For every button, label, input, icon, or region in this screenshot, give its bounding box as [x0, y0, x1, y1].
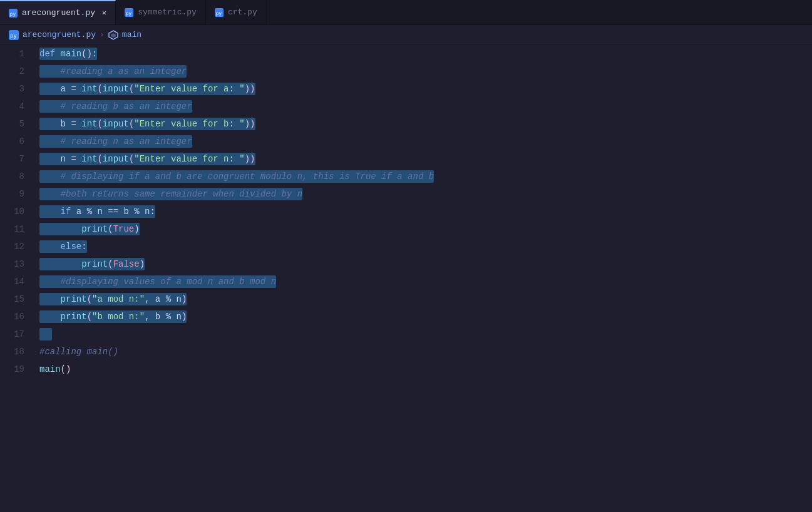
token-fn: main: [61, 49, 82, 59]
breadcrumb-sep: ›: [100, 30, 105, 39]
code-line-18: 18#calling main(): [0, 343, 812, 361]
selection-14: #displaying values of a mod n and b mod …: [39, 275, 276, 288]
selection-16: print("b mod n:", b % n): [39, 310, 187, 323]
token-op: ,: [145, 294, 155, 304]
tab-bar: py arecongruent.py ✕ py symmetric.py py …: [0, 0, 812, 25]
line-content-14: #displaying values of a mod n and b mod …: [34, 273, 812, 290]
line-number-13: 13: [0, 255, 34, 273]
close-tab-arecongruent[interactable]: ✕: [102, 8, 106, 18]
code-line-13: 13 print(False): [0, 255, 812, 273]
selection-4: # reading b as an integer: [39, 100, 192, 113]
token-paren: ): [134, 224, 139, 234]
token-comment: # displaying if a and b are congruent mo…: [39, 172, 434, 182]
token-string: "Enter value for a: ": [134, 84, 244, 94]
breadcrumb-file-icon: py: [9, 30, 19, 40]
token-var: b: [123, 207, 134, 217]
line-content-13: print(False): [34, 255, 812, 273]
token-builtin: print: [81, 224, 108, 234]
token-var: [39, 259, 81, 269]
breadcrumb-scope: main: [122, 30, 141, 39]
selection-3: a = int(input("Enter value for a: ")): [39, 83, 255, 95]
line-number-9: 9: [0, 185, 34, 203]
line-number-7: 7: [0, 150, 34, 168]
svg-text:py: py: [126, 10, 132, 16]
token-builtin: input: [103, 84, 129, 94]
line-content-8: # displaying if a and b are congruent mo…: [34, 168, 812, 185]
token-builtin: int: [81, 154, 97, 164]
line-content-5: b = int(input("Enter value for b: ")): [34, 115, 812, 133]
py-icon-symmetric: py: [125, 8, 133, 17]
token-builtin: print: [61, 294, 87, 304]
line-number-10: 10: [0, 203, 34, 220]
line-number-14: 14: [0, 273, 34, 290]
selection-6: # reading n as an integer: [39, 135, 192, 148]
token-string: "b mod n:": [92, 312, 145, 322]
selection-5: b = int(input("Enter value for b: ")): [39, 118, 255, 130]
line-number-12: 12: [0, 238, 34, 255]
token-op: =: [71, 84, 81, 94]
line-content-19: main(): [34, 361, 812, 378]
line-content-6: # reading n as an integer: [34, 133, 812, 150]
token-var: a: [39, 84, 71, 94]
token-var: b: [39, 119, 71, 129]
line-number-17: 17: [0, 325, 34, 343]
token-var: a: [76, 207, 87, 217]
line-content-4: # reading b as an integer: [34, 98, 812, 115]
line-number-15: 15: [0, 290, 34, 308]
token-op: ==: [108, 207, 123, 217]
line-number-19: 19: [0, 361, 34, 378]
token-comment: #both returns same remainder when divide…: [39, 189, 302, 199]
code-line-1: 1def main():: [0, 45, 812, 63]
code-container[interactable]: 1def main():2 #reading a as an integer3 …: [0, 45, 812, 512]
line-number-2: 2: [0, 63, 34, 80]
token-op: %: [166, 312, 177, 322]
code-line-5: 5 b = int(input("Enter value for b: ")): [0, 115, 812, 133]
token-var: [39, 312, 61, 322]
line-content-17: [34, 325, 812, 343]
line-number-4: 4: [0, 98, 34, 115]
line-number-5: 5: [0, 115, 34, 133]
code-line-19: 19main(): [0, 361, 812, 378]
selection-7: n = int(input("Enter value for n: ")): [39, 153, 255, 165]
selection-12: else:: [39, 240, 87, 253]
token-kw: def: [39, 49, 61, 59]
token-kw: else: [61, 242, 82, 252]
line-content-12: else:: [34, 238, 812, 255]
token-paren: )): [245, 84, 255, 94]
line-number-16: 16: [0, 308, 34, 325]
tab-crt[interactable]: py crt.py: [206, 0, 267, 24]
svg-text:py: py: [10, 33, 17, 39]
token-var: [39, 207, 61, 217]
token-paren: (): [61, 363, 71, 376]
line-content-15: print("a mod n:", a % n): [34, 290, 812, 308]
selection-8: # displaying if a and b are congruent mo…: [39, 170, 434, 183]
line-number-1: 1: [0, 45, 34, 63]
token-paren: (: [108, 224, 113, 234]
selection-10: if a % n == b % n:: [39, 205, 155, 218]
tab-label-arecongruent: arecongruent.py: [22, 8, 95, 18]
line-content-2: #reading a as an integer: [34, 63, 812, 80]
line-number-11: 11: [0, 220, 34, 238]
token-var: [39, 294, 61, 304]
tab-arecongruent[interactable]: py arecongruent.py ✕: [0, 0, 116, 24]
breadcrumb-scope-icon: [108, 30, 118, 40]
token-var: a: [155, 294, 166, 304]
token-paren: (): [81, 49, 92, 59]
token-kw: if: [61, 207, 76, 217]
tab-symmetric[interactable]: py symmetric.py: [116, 0, 206, 24]
code-line-14: 14 #displaying values of a mod n and b m…: [0, 273, 812, 290]
code-line-16: 16 print("b mod n:", b % n): [0, 308, 812, 325]
token-string: "a mod n:": [92, 294, 145, 304]
token-paren: ): [140, 259, 145, 269]
token-op: ,: [145, 312, 155, 322]
token-paren: (: [97, 119, 102, 129]
token-var: n: [176, 294, 181, 304]
selection-11: print(True): [39, 223, 140, 235]
token-builtin: int: [81, 84, 97, 94]
token-var: [39, 224, 81, 234]
token-bool: False: [113, 259, 140, 269]
code-line-4: 4 # reading b as an integer: [0, 98, 812, 115]
token-var: n: [176, 312, 181, 322]
token-paren: (: [108, 259, 113, 269]
token-var: n: [97, 207, 108, 217]
